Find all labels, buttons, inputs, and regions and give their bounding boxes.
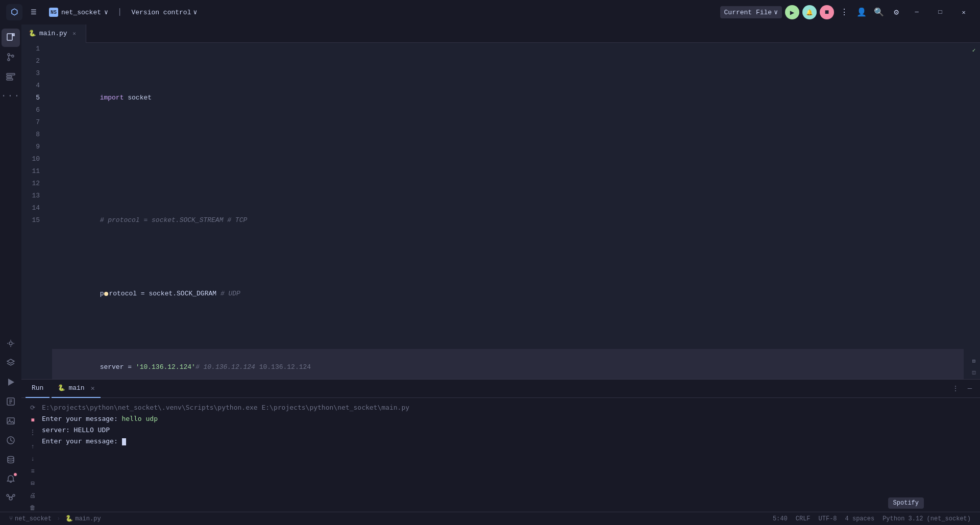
bottom-controls: ⋮ ─ <box>949 383 976 395</box>
sidebar-item-more[interactable]: ··· <box>2 87 20 105</box>
svg-point-17 <box>13 494 15 496</box>
editor-area: 🐍 main.py ✕ 1 2 3 4 5 6 7 8 9 10 <box>21 24 980 512</box>
tab-close-button[interactable]: ✕ <box>70 30 79 38</box>
project-icon: NS <box>49 8 58 17</box>
branch-status[interactable]: ⑂ net_socket <box>6 515 55 522</box>
token-server-ip: '10.136.12.124' <box>136 363 195 371</box>
notification-badge <box>13 472 17 477</box>
terminal-more-button[interactable]: ⋮ <box>949 383 962 395</box>
vcs-label: Version control <box>131 9 191 16</box>
status-file-name: main.py <box>75 515 101 522</box>
tab-main-py[interactable]: 🐍 main.py ✕ <box>21 24 86 43</box>
notification-button[interactable]: 🔔 <box>802 5 817 19</box>
sidebar-item-files[interactable] <box>2 29 20 47</box>
trash-button[interactable]: 🗑 <box>28 503 38 512</box>
svg-rect-6 <box>7 76 12 78</box>
bottom-panel: Run 🐍 main ✕ ⋮ ─ ⟳ ■ ⋮ <box>21 379 980 512</box>
scroll-down-button[interactable]: ↓ <box>28 454 38 464</box>
close-button[interactable]: ✕ <box>953 5 974 19</box>
language-status[interactable]: Python 3.12 (net_socket) <box>879 515 974 522</box>
sidebar-item-structure[interactable] <box>2 67 20 86</box>
svg-point-3 <box>8 59 10 61</box>
main-tab-close[interactable]: ✕ <box>91 384 95 392</box>
wrap-button[interactable]: ≡ <box>28 466 38 477</box>
more-options-button[interactable]: ⋮ <box>837 5 851 19</box>
svg-rect-11 <box>7 418 14 424</box>
position-value: 5:40 <box>773 515 788 522</box>
position-status[interactable]: 5:40 <box>770 515 791 522</box>
terminal-path: E:\projects\python\net_socket\.venv\Scri… <box>42 404 409 411</box>
app-logo: ⬡ <box>6 4 22 20</box>
svg-point-14 <box>8 457 14 459</box>
code-editor[interactable]: 1 2 3 4 5 6 7 8 9 10 11 12 13 14 15 <box>21 43 968 379</box>
svg-rect-5 <box>7 73 15 75</box>
sidebar-item-history[interactable] <box>2 431 20 449</box>
separator: | <box>117 8 122 17</box>
bottom-tab-run[interactable]: Run <box>26 380 50 398</box>
indent-status[interactable]: 4 spaces <box>842 515 878 522</box>
print-button[interactable]: 🖨 <box>28 491 38 501</box>
terminal-line-1: E:\projects\python\net_socket\.venv\Scri… <box>42 402 974 413</box>
sidebar-item-git[interactable] <box>2 48 20 66</box>
python-tab-icon: 🐍 <box>58 384 65 392</box>
sidebar-item-image[interactable] <box>2 412 20 430</box>
line-num-7: 7 <box>30 116 40 129</box>
plugins-right-icon[interactable]: ⊞ <box>969 356 979 366</box>
terminal-cursor <box>122 438 126 445</box>
split-button[interactable]: ⊟ <box>28 479 38 489</box>
sidebar-item-notification[interactable] <box>2 470 20 488</box>
token-comment-5: # 10.136.12.124 <box>195 363 255 371</box>
terminal-enter-msg-1: Enter your message: <box>42 415 122 422</box>
python-file-icon: 🐍 <box>29 30 36 37</box>
sidebar-item-layers[interactable] <box>2 354 20 372</box>
bottom-tab-bar: Run 🐍 main ✕ ⋮ ─ <box>21 380 980 398</box>
checkmark-icon: ✓ <box>969 45 979 55</box>
vcs-selector[interactable]: Version control ∨ <box>127 6 201 18</box>
terminal-content: ⟳ ■ ⋮ ↑ ↓ ≡ ⊟ 🖨 🗑 E:\projects\python\net… <box>21 398 980 512</box>
project-selector[interactable]: NS net_socket ∨ <box>45 6 112 19</box>
run-button[interactable]: ▶ <box>785 5 799 19</box>
terminal-line-3: server: HELLO UDP <box>42 424 974 436</box>
left-sidebar: ··· <box>0 24 21 512</box>
code-line-4: protocol = socket.SOCK_DGRAM # UDP <box>52 276 964 312</box>
maximize-button[interactable]: □ <box>930 5 950 19</box>
settings-button[interactable]: ⚙ <box>889 5 903 19</box>
terminal-output[interactable]: E:\projects\python\net_socket\.venv\Scri… <box>42 402 974 508</box>
sidebar-item-todo[interactable] <box>2 392 20 411</box>
encoding-value: UTF-8 <box>819 515 837 522</box>
current-file-selector[interactable]: Current File ∨ <box>720 6 782 18</box>
sidebar-item-git-bottom[interactable] <box>2 489 20 508</box>
more-run-options[interactable]: ⋮ <box>28 428 38 438</box>
encoding-status[interactable]: UTF-8 <box>816 515 840 522</box>
diff-right-icon[interactable]: ◫ <box>969 367 979 377</box>
status-bar: ⑂ net_socket › 🐍 main.py 5:40 CRLF UTF-8… <box>0 512 980 525</box>
sidebar-item-plugins[interactable] <box>2 334 20 353</box>
project-name: net_socket <box>61 9 101 16</box>
code-content[interactable]: import socket # protocol = socket.SOCK_S… <box>48 43 968 379</box>
line-numbers: 1 2 3 4 5 6 7 8 9 10 11 12 13 14 15 <box>21 43 48 379</box>
minimize-button[interactable]: ─ <box>906 5 927 19</box>
profile-button[interactable]: 👤 <box>854 5 869 19</box>
line-num-1: 1 <box>30 43 40 55</box>
rerun-button[interactable]: ⟳ <box>28 403 38 413</box>
python-file-icon: 🐍 <box>65 515 73 522</box>
bottom-tab-main[interactable]: 🐍 main ✕ <box>52 380 101 398</box>
scroll-up-button[interactable]: ↑ <box>28 442 38 452</box>
token-socket: socket <box>124 94 152 102</box>
token-p: p <box>100 290 104 297</box>
spotify-tooltip: Spotify <box>888 497 924 509</box>
stop-run-button[interactable]: ■ <box>28 415 38 426</box>
right-sidebar: ✓ ⊞ ◫ <box>968 43 980 379</box>
token-rotocol: rotocol = socket.SOCK_DGRAM <box>109 290 220 297</box>
search-button[interactable]: 🔍 <box>872 5 886 19</box>
stop-button[interactable]: ■ <box>820 5 834 19</box>
line-num-3: 3 <box>30 67 40 80</box>
menu-button[interactable]: ☰ <box>27 5 41 19</box>
sidebar-item-database[interactable] <box>2 451 20 469</box>
terminal-minimize-button[interactable]: ─ <box>964 383 976 395</box>
line-ending-status[interactable]: CRLF <box>793 515 814 522</box>
sidebar-item-run-debug[interactable] <box>2 373 20 391</box>
terminal-left-buttons: ⟳ ■ ⋮ ↑ ↓ ≡ ⊟ 🖨 🗑 <box>28 402 38 508</box>
file-status[interactable]: 🐍 main.py <box>62 515 104 522</box>
line-num-8: 8 <box>30 129 40 141</box>
